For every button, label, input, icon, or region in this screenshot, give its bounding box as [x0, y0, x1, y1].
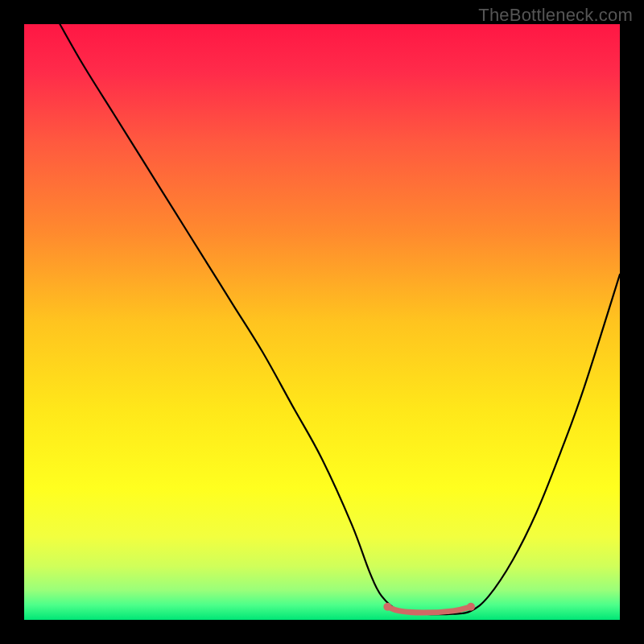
chart-frame: TheBottleneck.com	[0, 0, 644, 644]
gradient-background	[24, 24, 620, 620]
svg-rect-0	[24, 24, 620, 620]
watermark-text: TheBottleneck.com	[478, 5, 633, 26]
plot-area	[24, 24, 620, 620]
